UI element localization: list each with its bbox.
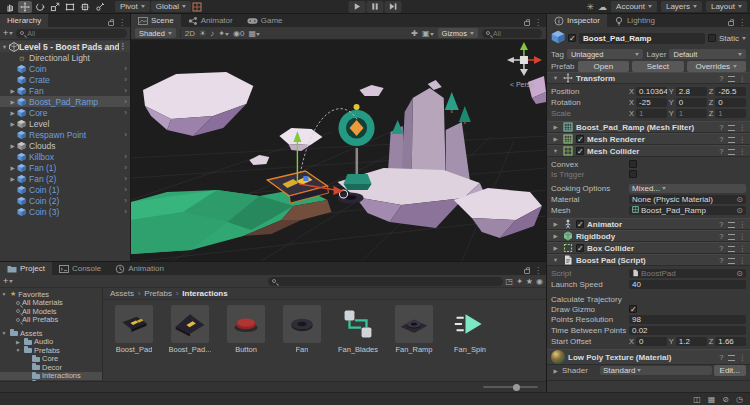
- foldout-icon[interactable]: ▼: [551, 75, 560, 81]
- progress-icon[interactable]: ◷: [736, 395, 743, 404]
- checkbox-convex[interactable]: [629, 160, 637, 168]
- asset-fan-blades[interactable]: Fan_Blades: [335, 305, 381, 354]
- asset-button[interactable]: Button: [223, 305, 269, 354]
- field-launch-speed[interactable]: 40: [629, 280, 746, 289]
- project-search-input[interactable]: [268, 277, 503, 286]
- breadcrumb-interactions[interactable]: Interactions: [182, 289, 227, 298]
- hierarchy-search-input[interactable]: All: [16, 29, 127, 38]
- help-icon[interactable]: ?: [719, 135, 723, 144]
- layer-dropdown[interactable]: Default: [669, 49, 746, 59]
- toggle-2d-button[interactable]: 2D: [185, 29, 195, 38]
- move-tool-button[interactable]: [18, 1, 32, 13]
- foldout-icon[interactable]: ▶: [551, 233, 560, 239]
- help-icon[interactable]: ?: [719, 244, 723, 253]
- tab-animator[interactable]: Animator: [181, 14, 240, 27]
- help-icon[interactable]: ?: [719, 74, 723, 83]
- object-field-material[interactable]: None (Physic Material)⊙: [629, 195, 746, 204]
- prefab-open-arrow[interactable]: ›: [124, 152, 127, 161]
- grid-snap-icon[interactable]: [192, 2, 202, 12]
- tab-animation[interactable]: Animation: [108, 262, 171, 275]
- component-menu-icon[interactable]: ⋮: [739, 135, 747, 144]
- hierarchy-item-level[interactable]: ▶Level: [0, 118, 130, 129]
- tool-settings-icon[interactable]: ✚: [411, 29, 418, 38]
- foldout-icon[interactable]: ▼: [551, 148, 560, 154]
- layers-dropdown[interactable]: Layers: [661, 1, 702, 12]
- foldout-icon[interactable]: ▶: [8, 110, 17, 116]
- folder-core[interactable]: Core: [0, 355, 102, 364]
- hidden-packages-icon[interactable]: ◉: [536, 277, 543, 286]
- component-header-boost-pad-script[interactable]: ▼Boost Pad (Script)?⋮: [547, 254, 750, 266]
- grid-settings-icon[interactable]: ▦: [248, 29, 260, 38]
- object-field-script[interactable]: BoostPad⊙: [629, 269, 746, 278]
- help-icon[interactable]: ?: [719, 147, 723, 156]
- favorite-search-icon[interactable]: ★: [526, 277, 533, 286]
- component-menu-icon[interactable]: ⋮: [739, 232, 747, 241]
- asset-fan-ramp[interactable]: Fan_Ramp: [391, 305, 437, 354]
- checkbox-is-trigger[interactable]: [629, 170, 637, 178]
- panel-menu-icon[interactable]: ⋮: [118, 18, 126, 27]
- field-time-between-points[interactable]: 0.02: [629, 326, 746, 335]
- foldout-icon[interactable]: ▶: [8, 88, 17, 94]
- prefab-open-arrow[interactable]: ›: [124, 207, 127, 216]
- prefab-select-button[interactable]: Select: [632, 61, 684, 72]
- tab-inspector[interactable]: Inspector: [547, 14, 607, 27]
- component-header-mesh-collider[interactable]: ▼Mesh Collider?⋮: [547, 145, 750, 157]
- component-enabled-checkbox[interactable]: [576, 220, 584, 228]
- effects-dropdown[interactable]: ✦: [218, 29, 229, 38]
- hierarchy-item-coin-3[interactable]: Coin (3)›: [0, 206, 130, 217]
- field-rotation-x[interactable]: -25: [636, 98, 667, 107]
- panel-menu-icon[interactable]: ⋮: [534, 18, 542, 27]
- foldout-icon[interactable]: ▶: [8, 121, 17, 127]
- play-button[interactable]: [349, 1, 366, 13]
- scene-search-input[interactable]: All: [482, 29, 542, 38]
- create-asset-button[interactable]: +: [3, 276, 13, 286]
- foldout-icon[interactable]: ▶: [551, 136, 560, 142]
- component-menu-icon[interactable]: ⋮: [739, 353, 747, 362]
- foldout-icon[interactable]: ▶: [8, 99, 17, 105]
- field-start-offset-z[interactable]: 1.66: [715, 337, 746, 346]
- hierarchy-item-coin-1[interactable]: Coin (1)›: [0, 184, 130, 195]
- prefab-open-arrow[interactable]: ›: [124, 97, 127, 106]
- global-toggle[interactable]: Global: [151, 1, 191, 12]
- foldout-icon[interactable]: ▶: [14, 339, 22, 345]
- prefab-overrides-button[interactable]: Overrides: [687, 61, 746, 72]
- panel-menu-icon[interactable]: ⋮: [738, 18, 746, 27]
- preset-icon[interactable]: [728, 355, 735, 361]
- folder-decor[interactable]: Decor: [0, 363, 102, 372]
- component-enabled-checkbox[interactable]: [576, 135, 584, 143]
- field-rotation-y[interactable]: 0: [676, 98, 707, 107]
- help-icon[interactable]: ?: [719, 220, 723, 229]
- field-scale-z[interactable]: 1: [715, 109, 746, 118]
- foldout-icon[interactable]: ▼: [0, 330, 8, 336]
- services-icon[interactable]: ✳: [587, 2, 595, 12]
- preset-icon[interactable]: [728, 234, 735, 240]
- prefab-open-arrow[interactable]: ›: [124, 130, 127, 139]
- foldout-icon[interactable]: ▶: [8, 165, 17, 171]
- hierarchy-item-coin-2[interactable]: Coin (2)›: [0, 195, 130, 206]
- tab-project[interactable]: Project: [0, 262, 52, 275]
- favorite-all-materials[interactable]: All Materials: [0, 299, 102, 308]
- help-icon[interactable]: ?: [719, 353, 723, 362]
- search-by-label-icon[interactable]: ✦: [516, 277, 523, 286]
- tab-lighting[interactable]: Lighting: [607, 14, 662, 27]
- component-header-mesh-renderer[interactable]: ▶Mesh Renderer?⋮: [547, 133, 750, 145]
- component-menu-icon[interactable]: ⋮: [739, 256, 747, 265]
- rect-tool-button[interactable]: [63, 1, 77, 13]
- draw-mode-dropdown[interactable]: Shaded: [135, 28, 176, 38]
- perspective-label[interactable]: < Persp: [510, 81, 534, 89]
- component-menu-icon[interactable]: ⋮: [739, 220, 747, 229]
- prefab-open-arrow[interactable]: ›: [124, 86, 127, 95]
- field-position-z[interactable]: -26.5: [715, 87, 746, 96]
- tag-dropdown[interactable]: Untagged: [567, 49, 644, 59]
- component-menu-icon[interactable]: ⋮: [739, 74, 747, 83]
- transform-tool-button[interactable]: [78, 1, 92, 13]
- foldout-icon[interactable]: ▶: [551, 221, 560, 227]
- field-points-resolution[interactable]: 98: [629, 315, 746, 324]
- field-scale-y[interactable]: 1: [676, 109, 707, 118]
- scene-audio-icon[interactable]: ♪: [210, 29, 214, 38]
- create-object-button[interactable]: +: [3, 28, 13, 38]
- foldout-icon[interactable]: ▶: [8, 143, 17, 149]
- asset-fan[interactable]: Fan: [279, 305, 325, 354]
- asset-fan-spin[interactable]: Fan_Spin: [447, 305, 493, 354]
- package-manager-icon[interactable]: ▦: [708, 395, 716, 404]
